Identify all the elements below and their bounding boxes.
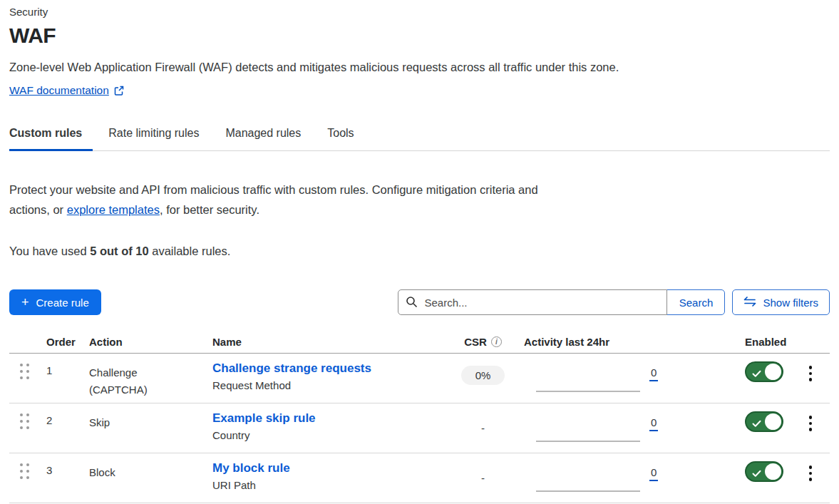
header-activity: Activity last 24hr	[517, 336, 734, 348]
tab-custom-rules[interactable]: Custom rules	[9, 120, 93, 151]
rule-order: 3	[39, 453, 82, 503]
tab-managed-rules[interactable]: Managed rules	[225, 120, 312, 151]
header-csr-label: CSR	[464, 336, 487, 348]
swap-arrows-icon	[743, 297, 756, 309]
check-icon	[752, 468, 761, 480]
rule-field: URI Path	[212, 479, 449, 491]
rule-name-link[interactable]: Challenge strange requests	[212, 361, 371, 376]
usage-suffix: available rules.	[149, 245, 231, 257]
breadcrumb: Security	[9, 0, 830, 18]
usage-text: You have used 5 out of 10 available rule…	[9, 245, 830, 258]
rule-name-link[interactable]: Example skip rule	[212, 411, 316, 426]
activity-sparkline	[536, 391, 640, 392]
page-description: Zone-level Web Application Firewall (WAF…	[9, 61, 830, 74]
drag-handle-icon[interactable]	[20, 413, 29, 453]
activity-sparkline	[536, 490, 640, 492]
toggle-knob	[765, 463, 781, 480]
external-link-icon	[114, 86, 124, 96]
table-row: 3 Block My block rule URI Path - 0	[9, 453, 830, 503]
rule-field: Country	[212, 429, 449, 441]
drag-handle-icon[interactable]	[20, 463, 29, 503]
row-menu-button[interactable]	[805, 364, 817, 403]
drag-handle-icon[interactable]	[20, 364, 29, 403]
usage-prefix: You have used	[9, 245, 90, 257]
search-group: Search	[398, 289, 725, 315]
enabled-toggle[interactable]	[745, 461, 783, 482]
page-title: WAF	[9, 24, 830, 48]
activity-count-link[interactable]: 0	[649, 466, 658, 481]
header-enabled: Enabled	[734, 336, 791, 348]
toggle-knob	[765, 413, 781, 430]
usage-count: 5 out of 10	[90, 245, 149, 257]
activity-count-link[interactable]: 0	[649, 366, 658, 381]
row-menu-button[interactable]	[805, 464, 817, 503]
rule-action: Block	[82, 453, 205, 503]
waf-page: Security WAF Zone-level Web Application …	[0, 0, 839, 503]
enabled-toggle[interactable]	[745, 411, 783, 432]
header-csr: CSR i	[449, 336, 517, 348]
waf-documentation-link[interactable]: WAF documentation	[9, 84, 124, 97]
rules-toolbar: + Create rule Search	[9, 289, 830, 315]
check-icon	[752, 368, 761, 380]
table-row: 1 Challenge (CAPTCHA) Challenge strange …	[9, 354, 830, 403]
search-icon	[406, 296, 418, 311]
create-rule-label: Create rule	[36, 297, 89, 309]
table-header-row: Order Action Name CSR i Activity last 24…	[9, 330, 830, 354]
header-action: Action	[82, 336, 205, 348]
toggle-knob	[765, 364, 781, 380]
csr-value: -	[481, 472, 485, 484]
tab-bar: Custom rules Rate limiting rules Managed…	[9, 120, 830, 151]
rule-order: 2	[39, 403, 82, 453]
rule-field: Request Method	[212, 379, 449, 391]
header-order: Order	[39, 336, 82, 348]
show-filters-label: Show filters	[763, 297, 818, 309]
explore-templates-link[interactable]: explore templates	[67, 203, 160, 216]
info-icon[interactable]: i	[491, 336, 502, 347]
intro-text-after: , for better security.	[160, 203, 259, 216]
search-input[interactable]	[398, 289, 667, 315]
waf-documentation-label: WAF documentation	[9, 84, 109, 97]
tab-rate-limiting-rules[interactable]: Rate limiting rules	[108, 120, 210, 151]
create-rule-button[interactable]: + Create rule	[9, 289, 101, 315]
rule-action: Challenge (CAPTCHA)	[82, 354, 205, 403]
enabled-toggle[interactable]	[745, 361, 783, 382]
csr-value: -	[481, 422, 485, 434]
rules-table: Order Action Name CSR i Activity last 24…	[9, 330, 830, 503]
tab-tools[interactable]: Tools	[327, 120, 364, 151]
activity-count-link[interactable]: 0	[649, 416, 658, 431]
show-filters-button[interactable]: Show filters	[732, 289, 830, 315]
rule-name-link[interactable]: My block rule	[212, 461, 290, 475]
search-button[interactable]: Search	[666, 289, 725, 315]
plus-icon: +	[21, 296, 29, 309]
header-name: Name	[205, 336, 449, 348]
rule-order: 1	[39, 354, 82, 403]
table-row: 2 Skip Example skip rule Country - 0	[9, 403, 830, 453]
rule-action: Skip	[82, 403, 205, 453]
row-menu-button[interactable]	[805, 414, 817, 453]
check-icon	[752, 418, 761, 430]
intro-text: Protect your website and API from malici…	[9, 180, 540, 220]
activity-sparkline	[536, 441, 640, 442]
csr-badge: 0%	[461, 366, 505, 385]
